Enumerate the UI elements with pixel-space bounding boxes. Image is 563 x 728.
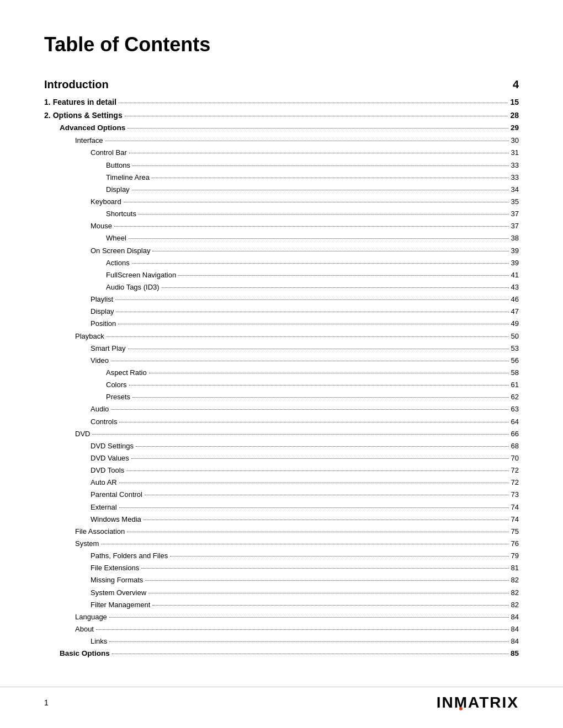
toc-dots — [149, 373, 509, 373]
toc-page: 30 — [511, 135, 519, 146]
toc-label: Actions — [106, 258, 130, 269]
toc-dots — [132, 263, 509, 264]
toc-page: 15 — [510, 97, 519, 109]
toc-page: 39 — [511, 245, 519, 256]
toc-row: Parental Control73 — [44, 489, 519, 500]
toc-row: Missing Formats82 — [44, 575, 519, 586]
toc-label: Windows Media — [91, 514, 141, 525]
toc-row: Windows Media74 — [44, 514, 519, 525]
toc-label: Buttons — [106, 160, 130, 171]
toc-row: Advanced Options29 — [44, 122, 519, 134]
toc-label: Colors — [106, 379, 127, 390]
toc-page: 74 — [511, 502, 519, 513]
toc-page: 72 — [511, 465, 519, 476]
toc-row: Controls64 — [44, 416, 519, 427]
toc-label: Video — [91, 355, 109, 366]
toc-dots — [119, 103, 508, 103]
toc-section: Introduction 4 1.Features in detail152.O… — [44, 78, 519, 660]
toc-dots — [124, 202, 509, 202]
footer: 1 INMATRIX — [0, 687, 563, 711]
toc-dots — [111, 361, 509, 361]
toc-dots — [145, 580, 508, 581]
toc-dots — [148, 593, 508, 593]
toc-label: Wheel — [106, 233, 126, 244]
toc-dots — [170, 556, 508, 556]
toc-dots — [128, 128, 508, 129]
toc-label: Language — [75, 612, 107, 623]
page-title: Table of Contents — [44, 33, 519, 56]
toc-label: Paths, Folders and Files — [91, 550, 168, 561]
toc-dots — [125, 116, 508, 116]
toc-dots — [112, 654, 508, 654]
toc-page: 61 — [511, 379, 519, 390]
toc-row: Smart Play53 — [44, 343, 519, 354]
footer-page-number: 1 — [44, 698, 49, 707]
toc-page: 41 — [511, 270, 519, 281]
toc-dots — [119, 507, 509, 508]
toc-dots — [178, 275, 508, 276]
toc-dots — [132, 397, 508, 398]
toc-label: Advanced Options — [60, 122, 125, 134]
toc-page: 75 — [511, 526, 519, 537]
introduction-page: 4 — [513, 78, 519, 91]
toc-page: 73 — [511, 489, 519, 500]
toc-row: File Extensions81 — [44, 563, 519, 574]
toc-label: DVD Tools — [91, 465, 124, 476]
toc-label: Shortcuts — [106, 208, 136, 220]
toc-row: DVD Values70 — [44, 453, 519, 464]
toc-row: Auto AR72 — [44, 477, 519, 488]
toc-page: 62 — [511, 392, 519, 403]
toc-dots — [152, 605, 508, 606]
toc-number: 2. — [44, 110, 51, 122]
toc-page: 33 — [511, 160, 519, 171]
toc-dots — [92, 434, 508, 435]
logo-container: INMATRIX — [437, 694, 519, 711]
toc-page: 68 — [511, 441, 519, 452]
toc-label: Parental Control — [91, 489, 142, 500]
toc-page: 39 — [511, 258, 519, 269]
toc-dots — [101, 544, 508, 544]
toc-page: 43 — [511, 282, 519, 293]
toc-dots — [145, 495, 509, 495]
toc-label: Links — [91, 636, 107, 647]
toc-dots — [129, 153, 509, 153]
toc-row: Language84 — [44, 612, 519, 623]
toc-label: System — [75, 538, 99, 549]
toc-label: On Screen Display — [91, 245, 150, 256]
toc-page: 31 — [511, 147, 519, 158]
toc-label: Audio — [91, 404, 109, 415]
toc-row: Video56 — [44, 355, 519, 366]
toc-page: 38 — [511, 233, 519, 244]
toc-row: About84 — [44, 624, 519, 635]
toc-label: External — [91, 502, 117, 513]
toc-row: Timeline Area33 — [44, 172, 519, 183]
toc-row: Display47 — [44, 306, 519, 317]
toc-label: Playback — [75, 331, 104, 342]
toc-page: 76 — [511, 538, 519, 549]
toc-label: System Overview — [91, 587, 146, 598]
toc-dots — [111, 409, 508, 410]
toc-page: 84 — [511, 636, 519, 647]
toc-dots — [144, 520, 509, 520]
toc-row: Shortcuts37 — [44, 208, 519, 220]
toc-row: Audio63 — [44, 404, 519, 415]
toc-dots — [109, 617, 509, 618]
toc-label: Timeline Area — [106, 172, 150, 183]
toc-page: 70 — [511, 453, 519, 464]
toc-label: Keyboard — [91, 196, 121, 207]
toc-dots — [152, 178, 509, 178]
toc-page: 58 — [511, 367, 519, 378]
toc-dots — [118, 324, 508, 324]
toc-dots — [128, 349, 509, 349]
toc-row: 2.Options & Settings28 — [44, 110, 519, 122]
toc-row: Buttons33 — [44, 160, 519, 171]
toc-label: Filter Management — [91, 599, 150, 611]
toc-label: Options & Settings — [53, 110, 123, 122]
toc-page: 85 — [511, 648, 519, 660]
toc-label: Presets — [106, 392, 130, 403]
toc-label: Playlist — [91, 294, 113, 305]
toc-row: Display34 — [44, 184, 519, 195]
toc-dots — [114, 226, 509, 227]
toc-label: Missing Formats — [91, 575, 143, 586]
toc-dots — [115, 299, 508, 300]
